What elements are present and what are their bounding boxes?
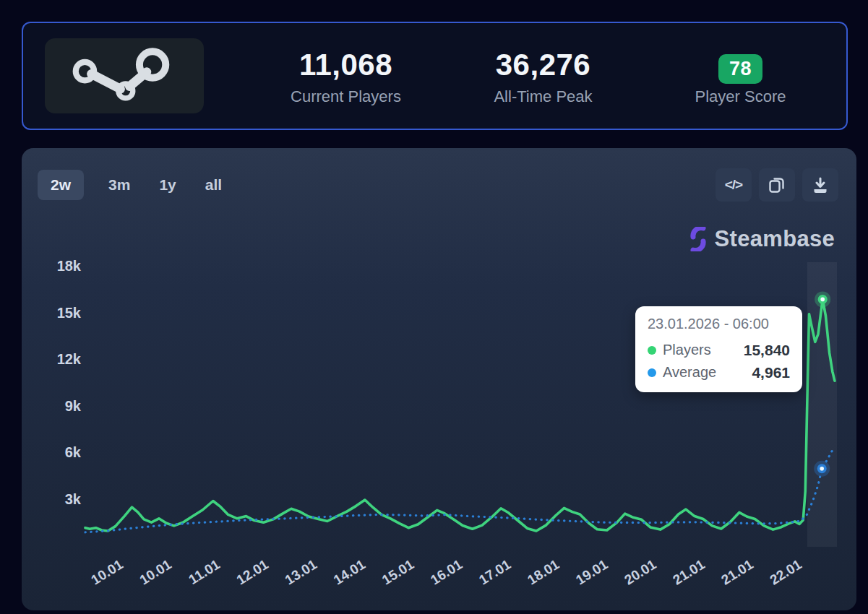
copy-icon	[769, 176, 785, 194]
steambase-icon	[689, 227, 708, 251]
steambase-wordmark: Steambase	[715, 226, 835, 252]
x-axis-label: 21.01	[670, 556, 708, 587]
range-button-1y[interactable]: 1y	[155, 170, 180, 200]
current-players-value: 11,068	[247, 46, 444, 85]
x-axis-label: 22.01	[767, 556, 804, 587]
stat-current-players: 11,068 Current Players	[247, 46, 444, 106]
player-score-value-wrap: 78	[642, 46, 839, 85]
x-axis-label: 20.01	[622, 556, 659, 587]
x-axis-label: 12.01	[233, 556, 271, 587]
player-score-label: Player Score	[642, 87, 839, 106]
steam-logo-tile[interactable]	[45, 38, 204, 113]
stats-card: 11,068 Current Players 36,276 All-Time P…	[22, 22, 848, 130]
x-axis-label: 11.01	[186, 556, 223, 587]
x-axis-label: 18.01	[525, 556, 562, 587]
series-average-line	[85, 447, 835, 532]
x-axis-label: 21.01	[718, 556, 756, 587]
tooltip-row: Players15,840	[648, 339, 790, 361]
y-axis-label: 15k	[57, 305, 82, 321]
x-axis-label: 16.01	[428, 556, 465, 587]
steam-icon	[52, 41, 197, 111]
x-axis-label: 10.01	[88, 556, 126, 587]
steambase-logo: Steambase	[689, 226, 835, 252]
tooltip-rows: Players15,840Average4,961	[648, 339, 790, 384]
range-button-2w[interactable]: 2w	[38, 170, 84, 200]
x-axis-label: 10.01	[137, 556, 174, 587]
embed-code-icon: </>	[725, 177, 742, 193]
chart-tooltip: 23.01.2026 - 06:00 Players15,840Average4…	[635, 306, 802, 392]
tooltip-series-value: 4,961	[752, 364, 790, 381]
stats-row: 11,068 Current Players 36,276 All-Time P…	[204, 46, 846, 106]
tooltip-datetime: 23.01.2026 - 06:00	[648, 316, 790, 332]
stat-player-score: 78 Player Score	[642, 46, 839, 106]
y-axis-label: 12k	[57, 351, 82, 367]
x-axis-label: 14.01	[331, 556, 369, 587]
highlight-point-average-core	[820, 467, 824, 471]
all-time-peak-label: All-Time Peak	[444, 87, 642, 106]
x-axis-label: 17.01	[476, 556, 514, 587]
chart-panel: 3k6k9k12k15k18k10.0110.0111.0112.0113.01…	[22, 148, 856, 610]
legend-dot-players	[648, 346, 656, 355]
range-button-3m[interactable]: 3m	[104, 170, 134, 200]
y-axis-label: 6k	[65, 444, 82, 460]
tooltip-row: Average4,961	[648, 361, 790, 384]
tooltip-series-label: Average	[663, 364, 716, 381]
download-icon	[812, 177, 828, 194]
range-selector: 2w 3m 1y all	[38, 170, 226, 200]
player-score-badge: 78	[718, 54, 762, 84]
tooltip-series-value: 15,840	[744, 342, 790, 359]
chart-actions: </>	[716, 168, 838, 202]
download-button[interactable]	[802, 168, 838, 202]
copy-button[interactable]	[759, 168, 795, 202]
highlight-point-players-core	[820, 298, 825, 302]
y-axis-label: 3k	[65, 491, 82, 507]
x-axis-label: 13.01	[283, 556, 320, 587]
current-players-label: Current Players	[247, 87, 444, 106]
tooltip-series-label: Players	[663, 342, 711, 358]
stat-all-time-peak: 36,276 All-Time Peak	[444, 46, 642, 106]
range-button-all[interactable]: all	[201, 170, 226, 200]
y-axis-label: 9k	[65, 398, 82, 414]
embed-code-button[interactable]: </>	[716, 168, 752, 202]
chart-controls: 2w 3m 1y all </>	[38, 168, 838, 202]
y-axis-label: 18k	[57, 258, 82, 274]
all-time-peak-value: 36,276	[444, 46, 642, 85]
legend-dot-average	[648, 368, 656, 377]
x-axis-label: 19.01	[573, 556, 611, 587]
x-axis-label: 15.01	[379, 556, 417, 587]
